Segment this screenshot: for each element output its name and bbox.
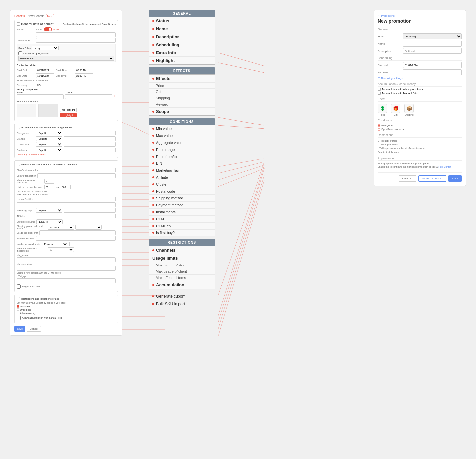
flag-checkbox[interactable] <box>17 284 21 289</box>
highlight-label: Evaluate the amount <box>17 100 116 103</box>
payment-input[interactable] <box>36 236 116 241</box>
collections-input[interactable] <box>64 142 116 147</box>
status-toggle[interactable]: Status Active <box>36 27 60 31</box>
promo-start-input[interactable] <box>403 62 462 68</box>
start-time-input[interactable] <box>75 68 93 72</box>
restrictions-checkbox[interactable] <box>17 297 20 300</box>
no-highlight-btn[interactable]: No Highlight <box>60 108 77 112</box>
items-select[interactable]: No email much <box>18 56 114 61</box>
sales-policy-select[interactable]: v 1 go <box>32 46 59 50</box>
promo-desc-input[interactable] <box>403 48 462 54</box>
shipping-method-dot <box>152 197 154 199</box>
monthly-radio-btn[interactable] <box>17 312 19 314</box>
conditions-feature-section: CONDITIONS Min value Max value Aggregate… <box>149 118 215 236</box>
utm-cp2-input[interactable] <box>17 278 116 283</box>
date-row-1: Start Date Start Time <box>17 68 116 72</box>
bottom-buttons: Save Cancel <box>14 326 118 332</box>
marketing-input[interactable] <box>64 208 116 213</box>
range-to-input[interactable] <box>61 185 71 189</box>
type-select[interactable]: Running <box>403 33 462 39</box>
help-center-link[interactable]: Help Center <box>438 166 451 168</box>
items-section: Items (It is optional) Name Value + <box>17 88 116 99</box>
provided-checkbox[interactable] <box>18 51 22 55</box>
marketing-tag-dot <box>152 169 154 171</box>
shipping-select2[interactable]: - <box>75 225 102 230</box>
collections-select[interactable]: Equal to <box>36 142 62 147</box>
item-value-input[interactable] <box>65 94 112 99</box>
status-switch[interactable] <box>44 27 52 31</box>
end-date-input[interactable] <box>36 73 54 78</box>
categories-input[interactable] <box>64 131 116 135</box>
filter-note: Use 'from' and 'to' are from/to <box>17 190 47 193</box>
max-inst-select[interactable]: 1 <box>48 247 74 252</box>
start-date-input[interactable] <box>36 68 54 72</box>
cancel-button[interactable]: Cancel <box>27 326 41 332</box>
transaction-input[interactable] <box>37 173 116 178</box>
effect-shipping[interactable]: 📦 Shipping <box>404 104 414 116</box>
categories-select[interactable]: Equal to <box>36 131 62 135</box>
feature-max-value: Max value <box>149 132 215 139</box>
items-checkbox[interactable] <box>17 126 20 129</box>
once-radio-btn[interactable] <box>17 308 19 311</box>
item-name-input[interactable] <box>17 94 64 99</box>
effect-gift[interactable]: 🎁 Gift <box>391 104 400 116</box>
recurring-link[interactable]: ▼ Recurring settings <box>378 77 462 80</box>
back-link[interactable]: ← Promotions <box>378 14 462 17</box>
main-container: Benefits › New Benefit New General data … <box>0 0 476 459</box>
brands-input[interactable] <box>64 136 116 141</box>
marketing-select[interactable]: Equal to <box>36 208 62 213</box>
max-value-dot <box>152 135 154 137</box>
conditions-checkbox[interactable] <box>17 163 20 166</box>
cluster-select[interactable]: Equal to <box>36 219 63 224</box>
max-purchases-input[interactable] <box>44 179 54 184</box>
feature-status: Status <box>149 17 215 25</box>
general-checkbox[interactable] <box>17 22 20 26</box>
products-input[interactable] <box>64 148 116 152</box>
promo-appearance-section: Appearance Highlight promotions in shelv… <box>378 157 462 169</box>
shipping-select[interactable]: No value <box>48 225 74 230</box>
currency-input[interactable] <box>36 83 46 87</box>
utm-cp-input[interactable] <box>17 266 116 271</box>
svg-line-39 <box>218 165 264 316</box>
range-from-input[interactable] <box>44 185 54 189</box>
installments-input[interactable] <box>69 242 79 246</box>
feature-max-affected: Max affected items <box>149 275 215 281</box>
brands-select[interactable]: Equal to <box>36 136 62 141</box>
andor2-input[interactable] <box>17 202 116 207</box>
intern-value-input[interactable] <box>40 168 116 172</box>
promo-save-btn[interactable]: SAVE <box>448 175 462 182</box>
accumulate-promo-checkbox[interactable] <box>378 88 381 91</box>
promo-name-input[interactable] <box>403 41 462 47</box>
promo-cancel-btn[interactable]: CANCEL <box>399 175 416 182</box>
aggregate-dot <box>152 142 154 144</box>
products-row: Products Equal to <box>17 148 116 152</box>
accumulate-checkbox[interactable] <box>17 316 21 320</box>
save-button[interactable]: Save <box>14 326 25 332</box>
accumulate-price-checkbox[interactable] <box>378 92 381 95</box>
specific-radio[interactable] <box>378 128 380 131</box>
highlight-btn[interactable]: Highlight <box>60 113 77 117</box>
collections-row: Collections Equal to <box>17 142 116 147</box>
name-input[interactable] <box>36 32 116 37</box>
promo-draft-btn[interactable]: SAVE AS DRAFT <box>418 175 446 182</box>
promo-end-input[interactable] <box>403 69 462 75</box>
end-time-input[interactable] <box>75 73 93 78</box>
everyone-radio[interactable] <box>378 124 380 127</box>
shipping-row: Shipping postal code and amount No value… <box>17 225 116 230</box>
breadcrumb-benefits[interactable]: Benefits <box>14 14 25 18</box>
feature-extra-info: Extra info <box>149 49 215 57</box>
effect-price[interactable]: 💲 Price <box>378 104 387 116</box>
promo-type-row: Type Running <box>378 33 462 39</box>
add-item-btn[interactable]: + <box>114 94 116 99</box>
effects-feature-list: Effects Price Gift Shipping Reward Scope <box>149 74 215 116</box>
products-select[interactable]: Equal to <box>36 148 62 152</box>
installments-select[interactable]: Equal to <box>42 242 68 246</box>
andor-input[interactable] <box>36 197 116 201</box>
usage-input[interactable] <box>39 230 116 235</box>
affiliate-input[interactable] <box>36 214 116 218</box>
description-input[interactable] <box>36 38 116 43</box>
unlimited-radio-btn[interactable] <box>17 305 19 308</box>
sales-policy-label: Sales Policy <box>18 47 31 49</box>
conditions-feature-list: Min value Max value Aggregate value Pric… <box>149 125 215 236</box>
utm-input[interactable] <box>17 257 116 262</box>
